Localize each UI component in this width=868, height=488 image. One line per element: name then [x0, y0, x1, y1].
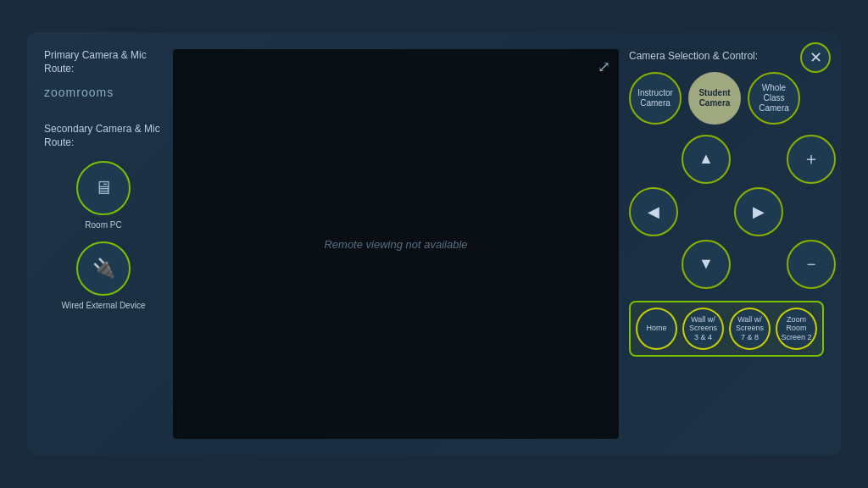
room-pc-label: Room PC — [85, 220, 121, 230]
zoom-rooms-logo: zoomrooms — [44, 86, 163, 99]
ptz-controls: ▲ ＋ ◀ ▶ ▼ － — [629, 135, 824, 289]
no-feed-text: Remote viewing not available — [324, 238, 467, 251]
close-button[interactable]: ✕ — [800, 42, 831, 73]
ptz-up-button[interactable]: ▲ — [682, 135, 731, 184]
ptz-empty-5 — [629, 240, 678, 289]
preset-wall-34-button[interactable]: Wall w/ Screens 3 & 4 — [682, 308, 724, 350]
ptz-down-button[interactable]: ▼ — [682, 240, 731, 289]
ptz-empty-6 — [734, 240, 783, 289]
student-camera-button[interactable]: Student Camera — [688, 72, 741, 125]
usb-icon: 🔌 — [92, 258, 115, 280]
preset-home-button[interactable]: Home — [636, 308, 677, 350]
left-panel: Primary Camera & Mic Route: zoomrooms Se… — [44, 49, 163, 439]
instructor-camera-button[interactable]: Instructor Camera — [629, 72, 682, 125]
monitor-icon: 🖥 — [94, 177, 113, 199]
expand-icon[interactable]: ⤢ — [598, 58, 610, 76]
whole-class-camera-button[interactable]: Whole Class Camera — [748, 72, 800, 125]
room-pc-button[interactable]: 🖥 — [76, 161, 131, 215]
main-container: ✕ Primary Camera & Mic Route: zoomrooms … — [27, 32, 841, 456]
wired-device-label: Wired External Device — [62, 301, 146, 310]
primary-camera-label: Primary Camera & Mic Route: — [44, 49, 163, 75]
video-area: Remote viewing not available ⤢ — [173, 49, 619, 439]
right-panel: Camera Selection & Control: Instructor C… — [629, 49, 824, 439]
ptz-zoom-in-button[interactable]: ＋ — [787, 135, 836, 184]
camera-buttons-row: Instructor Camera Student Camera Whole C… — [629, 72, 824, 125]
ptz-empty-1 — [629, 135, 678, 184]
camera-selection-title: Camera Selection & Control: — [629, 49, 824, 64]
preset-row: Home Wall w/ Screens 3 & 4 Wall w/ Scree… — [629, 301, 824, 357]
ptz-zoom-out-button[interactable]: － — [787, 240, 836, 289]
ptz-right-button[interactable]: ▶ — [734, 187, 783, 236]
wired-device-button[interactable]: 🔌 — [76, 241, 131, 296]
preset-wall-78-button[interactable]: Wall w/ Screens 7 & 8 — [729, 308, 771, 350]
ptz-left-button[interactable]: ◀ — [629, 187, 678, 236]
preset-zoom-room-2-button[interactable]: Zoom Room Screen 2 — [776, 308, 817, 350]
ptz-empty-3 — [682, 187, 731, 236]
ptz-empty-2 — [734, 135, 783, 184]
center-panel: Remote viewing not available ⤢ — [173, 49, 619, 439]
secondary-camera-label: Secondary Camera & Mic Route: — [44, 123, 163, 149]
ptz-empty-4 — [787, 187, 839, 236]
